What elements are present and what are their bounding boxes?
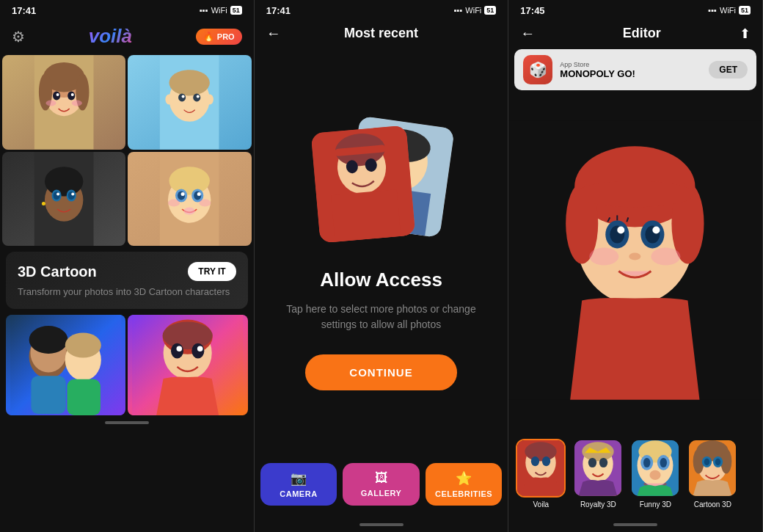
svg-rect-47 (31, 376, 65, 414)
grid-cell-1[interactable] (2, 55, 125, 150)
svg-point-92 (525, 442, 557, 461)
ad-app-icon: 🎲 (523, 55, 552, 84)
svg-point-29 (56, 192, 59, 195)
pro-label: PRO (217, 32, 235, 41)
try-it-button[interactable]: TRY IT (188, 262, 236, 281)
pro-badge[interactable]: 🔥 PRO (196, 29, 242, 45)
wifi-icon-1: WiFi (211, 6, 227, 15)
allow-access-desc: Tap here to select more photos or change… (269, 302, 494, 332)
style-label-cartoon3d: Cartoon 3D (694, 500, 731, 509)
svg-point-8 (67, 91, 75, 100)
svg-point-77 (575, 181, 696, 207)
back-arrow-2[interactable]: ← (266, 25, 281, 42)
style-label-royalty3d: Royalty 3D (580, 500, 616, 509)
home-bar-1 (105, 421, 149, 424)
camera-icon: 📷 (291, 470, 307, 487)
style-item-voila[interactable]: Voila (516, 439, 566, 509)
phone-3-editor: 17:45 ▪▪▪ WiFi 51 ← Editor ⬆ 🎲 App Store… (508, 0, 763, 532)
svg-point-58 (192, 343, 205, 359)
svg-point-28 (68, 191, 75, 199)
back-arrow-3[interactable]: ← (520, 25, 535, 42)
signal-icon-1: ▪▪▪ (200, 6, 208, 15)
svg-point-106 (643, 458, 650, 467)
style-thumb-royalty3d[interactable] (573, 439, 623, 498)
status-time-3: 17:45 (520, 5, 544, 16)
photo-preview-area: Allow Access Tap here to select more pho… (255, 49, 508, 456)
svg-point-93 (531, 456, 539, 466)
gear-icon[interactable]: ⚙ (12, 28, 25, 45)
gallery-icon: 🖼 (375, 470, 388, 486)
celebrities-label: CELEBRITIES (435, 489, 492, 498)
style-item-cartoon3d[interactable]: Cartoon 3D (687, 439, 737, 509)
svg-point-39 (181, 192, 185, 195)
home-indicator-2 (255, 517, 508, 532)
svg-point-18 (182, 95, 185, 98)
svg-point-94 (542, 456, 550, 466)
fire-icon: 🔥 (203, 32, 214, 42)
status-icons-3: ▪▪▪ WiFi 51 (708, 6, 751, 15)
style-carousel: Voila R (508, 430, 762, 517)
svg-point-41 (184, 207, 195, 214)
svg-rect-49 (67, 379, 101, 415)
get-button[interactable]: GET (709, 61, 748, 79)
svg-point-87 (629, 252, 641, 260)
grid-cell-2[interactable] (128, 55, 251, 150)
style-item-funny3d[interactable]: Funny 3D (630, 439, 680, 509)
tab-camera[interactable]: 📷 CAMERA (260, 463, 337, 506)
gallery-label: GALLERY (361, 489, 402, 498)
phone-2-allow-access: 17:41 ▪▪▪ WiFi 51 ← Most recent (255, 0, 509, 532)
style-preview-cartoon3d (689, 440, 736, 496)
most-recent-title: Most recent (290, 26, 473, 41)
status-icons-1: ▪▪▪ WiFi 51 (200, 6, 242, 15)
tab-celebrities[interactable]: ⭐ CELEBRITIES (426, 463, 503, 506)
svg-point-88 (590, 247, 619, 265)
phone1-header: ⚙ voilà 🔥 PRO (0, 21, 254, 55)
ad-text-area: App Store MONOPOLY GO! (560, 61, 701, 79)
status-bar-3: 17:45 ▪▪▪ WiFi 51 (508, 0, 762, 21)
ad-banner[interactable]: 🎲 App Store MONOPOLY GO! GET (514, 49, 756, 90)
grid-cell-3[interactable] (2, 152, 125, 247)
svg-rect-67 (331, 189, 401, 242)
feature-card: 3D Cartoon TRY IT Transform your photos … (6, 252, 248, 309)
wifi-icon-3: WiFi (720, 6, 736, 15)
thumbnail-2[interactable] (128, 315, 247, 415)
phone2-header: ← Most recent (255, 21, 508, 49)
home-bar-2 (359, 523, 404, 526)
style-item-royalty3d[interactable]: Royalty 3D (573, 439, 623, 509)
signal-icon-3: ▪▪▪ (708, 6, 717, 15)
cartoon-face-girl (2, 55, 125, 150)
editor-main-canvas (508, 90, 762, 430)
svg-point-42 (168, 199, 180, 206)
style-label-funny3d: Funny 3D (640, 500, 671, 509)
style-label-voila: Voila (533, 500, 550, 509)
cartoon-face-dark (2, 152, 125, 247)
style-preview-voila (517, 440, 564, 496)
photo-front[interactable] (310, 125, 415, 244)
signal-icon-2: ▪▪▪ (454, 6, 463, 15)
ad-app-name: MONOPOLY GO! (560, 68, 701, 79)
thumbnails-row (0, 309, 254, 415)
tab-gallery[interactable]: 🖼 GALLERY (343, 463, 420, 506)
svg-point-21 (206, 94, 213, 104)
svg-point-31 (42, 202, 45, 205)
cartoon-face-baby (128, 152, 251, 247)
svg-point-100 (599, 458, 607, 467)
style-thumb-voila[interactable] (516, 439, 566, 498)
style-thumb-funny3d[interactable] (630, 439, 680, 498)
thumbnail-1[interactable] (6, 315, 125, 415)
feature-title: 3D Cartoon (18, 263, 97, 280)
battery-2: 51 (484, 6, 496, 15)
share-icon[interactable]: ⬆ (740, 26, 751, 42)
svg-point-34 (169, 167, 210, 194)
feature-desc: Transform your photos into 3D Cartoon ch… (18, 285, 236, 299)
svg-point-12 (72, 100, 82, 106)
status-time-2: 17:41 (266, 5, 291, 16)
continue-button[interactable]: CONTINUE (305, 354, 456, 390)
svg-point-17 (194, 93, 201, 101)
cartoon-grid (0, 55, 254, 246)
grid-cell-4[interactable] (128, 152, 251, 247)
celebrities-icon: ⭐ (456, 470, 472, 487)
svg-point-60 (197, 346, 203, 352)
style-thumb-cartoon3d[interactable] (687, 439, 737, 498)
editor-title: Editor (623, 26, 661, 41)
